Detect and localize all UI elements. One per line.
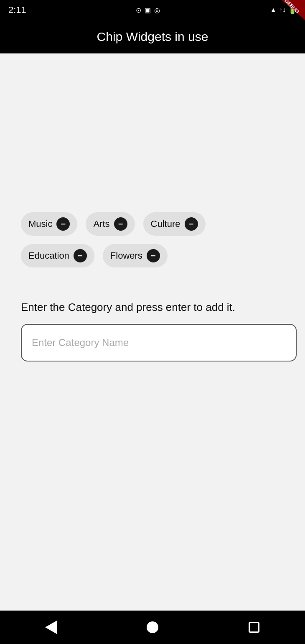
home-button[interactable]: [140, 615, 165, 640]
recents-icon: [249, 622, 259, 633]
alert-icon: ⊙: [136, 6, 141, 14]
chip-culture-remove[interactable]: −: [185, 217, 198, 231]
app-title: Chip Widgets in use: [97, 30, 208, 44]
status-time: 2:11: [8, 5, 26, 15]
minus-icon: −: [151, 252, 156, 260]
chip-music[interactable]: Music −: [21, 212, 77, 236]
chips-container: Music − Arts − Culture − Education −: [21, 212, 284, 267]
input-container: [21, 324, 284, 361]
chip-arts[interactable]: Arts −: [86, 212, 135, 236]
signal-icon: ▲: [270, 6, 277, 14]
back-button[interactable]: [38, 615, 64, 640]
chip-education[interactable]: Education −: [21, 244, 94, 267]
chip-culture[interactable]: Culture −: [143, 212, 206, 236]
chip-arts-label: Arts: [93, 219, 109, 229]
chip-music-label: Music: [28, 219, 52, 229]
minus-icon: −: [61, 220, 66, 228]
recents-button[interactable]: [241, 615, 267, 640]
chip-flowers[interactable]: Flowers −: [103, 244, 168, 267]
main-content: Music − Arts − Culture − Education −: [0, 53, 305, 611]
status-icons: ⊙ ▣ ◎: [136, 6, 160, 14]
chip-education-label: Education: [28, 250, 69, 261]
network-icon: ↑↓: [279, 6, 286, 14]
back-icon: [45, 621, 57, 634]
category-input[interactable]: [21, 324, 297, 361]
instruction-text: Enter the Category and press enter to ad…: [21, 301, 284, 314]
chip-flowers-remove[interactable]: −: [147, 249, 160, 262]
status-bar: 2:11 ⊙ ▣ ◎ ▲ ↑↓ 🔋 DEBUG: [0, 0, 305, 20]
home-icon: [147, 621, 158, 633]
minus-icon: −: [78, 252, 83, 260]
minus-icon: −: [189, 220, 194, 228]
dnd-icon: ◎: [154, 6, 160, 14]
chip-music-remove[interactable]: −: [56, 217, 70, 231]
chip-culture-label: Culture: [151, 219, 180, 229]
chip-education-remove[interactable]: −: [74, 249, 87, 262]
minus-icon: −: [118, 220, 123, 228]
bottom-nav: [0, 611, 305, 644]
chip-arts-remove[interactable]: −: [114, 217, 127, 231]
app-bar: Chip Widgets in use: [0, 20, 305, 53]
chip-flowers-label: Flowers: [110, 250, 142, 261]
sim-icon: ▣: [145, 6, 151, 14]
